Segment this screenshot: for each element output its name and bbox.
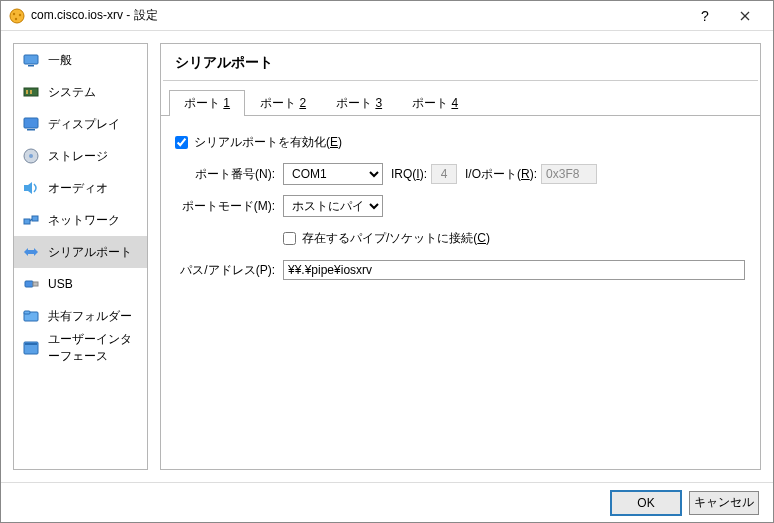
path-row: パス/アドレス(P): — [175, 256, 746, 284]
port-number-row: ポート番号(N): COM1 IRQ(I): I/Oポート(R): — [175, 160, 746, 188]
svg-rect-12 — [27, 129, 35, 131]
connect-pipe-checkbox[interactable] — [283, 232, 296, 245]
sidebar-item-label: 一般 — [48, 52, 72, 69]
footer: OK キャンセル — [1, 482, 773, 522]
system-icon — [22, 83, 40, 101]
app-icon — [9, 8, 25, 24]
svg-point-14 — [29, 154, 33, 158]
sidebar-item-display[interactable]: ディスプレイ — [14, 108, 147, 140]
sidebar-item-general[interactable]: 一般 — [14, 44, 147, 76]
svg-marker-19 — [24, 248, 38, 256]
tab-port-4[interactable]: ポート 4 — [397, 90, 473, 116]
content: 一般システムディスプレイストレージオーディオネットワークシリアルポートUSB共有… — [1, 31, 773, 482]
sidebar-item-label: ディスプレイ — [48, 116, 120, 133]
serial-icon — [22, 243, 40, 261]
sidebar-item-label: USB — [48, 277, 73, 291]
connect-pipe-label[interactable]: 存在するパイプ/ソケットに接続(C) — [302, 230, 490, 247]
tab-port-3[interactable]: ポート 3 — [321, 90, 397, 116]
sidebar-item-ui[interactable]: ユーザーインターフェース — [14, 332, 147, 364]
sidebar-item-label: ネットワーク — [48, 212, 120, 229]
sidebar-item-label: 共有フォルダー — [48, 308, 132, 325]
cancel-button[interactable]: キャンセル — [689, 491, 759, 515]
window-title: com.cisco.ios-xrv - 設定 — [31, 7, 685, 24]
sidebar-item-serial[interactable]: シリアルポート — [14, 236, 147, 268]
sidebar-item-label: システム — [48, 84, 96, 101]
network-icon — [22, 211, 40, 229]
port-mode-select[interactable]: ホストにパイプ — [283, 195, 383, 217]
svg-rect-11 — [24, 118, 38, 128]
ioport-field — [541, 164, 597, 184]
enable-serial-checkbox[interactable] — [175, 136, 188, 149]
path-label: パス/アドレス(P): — [175, 262, 275, 279]
enable-row: シリアルポートを有効化(E) — [175, 128, 746, 156]
sidebar-item-network[interactable]: ネットワーク — [14, 204, 147, 236]
ioport-label: I/Oポート(R): — [465, 166, 537, 183]
sidebar-item-storage[interactable]: ストレージ — [14, 140, 147, 172]
sidebar-item-label: ストレージ — [48, 148, 108, 165]
svg-rect-16 — [24, 219, 30, 224]
audio-icon — [22, 179, 40, 197]
svg-rect-25 — [25, 343, 37, 345]
sidebar-item-label: オーディオ — [48, 180, 108, 197]
help-button[interactable]: ? — [685, 1, 725, 30]
close-button[interactable] — [725, 1, 765, 30]
main-panel: シリアルポート ポート 1ポート 2ポート 3ポート 4 シリアルポートを有効化… — [160, 43, 761, 470]
panel-header: シリアルポート — [163, 46, 758, 81]
sidebar-item-label: ユーザーインターフェース — [48, 331, 139, 365]
sidebar-item-audio[interactable]: オーディオ — [14, 172, 147, 204]
port-number-label: ポート番号(N): — [175, 166, 275, 183]
sidebar: 一般システムディスプレイストレージオーディオネットワークシリアルポートUSB共有… — [13, 43, 148, 470]
sidebar-item-label: シリアルポート — [48, 244, 132, 261]
sidebar-item-sharedfolder[interactable]: 共有フォルダー — [14, 300, 147, 332]
svg-marker-15 — [24, 182, 32, 194]
svg-point-1 — [13, 12, 15, 14]
sharedfolder-icon — [22, 307, 40, 325]
titlebar: com.cisco.ios-xrv - 設定 ? — [1, 1, 773, 31]
svg-point-0 — [10, 9, 24, 23]
general-icon — [22, 51, 40, 69]
ok-button[interactable]: OK — [611, 491, 681, 515]
svg-point-2 — [19, 13, 21, 15]
sidebar-item-system[interactable]: システム — [14, 76, 147, 108]
tabs: ポート 1ポート 2ポート 3ポート 4 — [161, 89, 760, 116]
enable-serial-label[interactable]: シリアルポートを有効化(E) — [194, 134, 342, 151]
sidebar-item-usb[interactable]: USB — [14, 268, 147, 300]
path-input[interactable] — [283, 260, 745, 280]
svg-rect-20 — [25, 281, 33, 287]
svg-rect-23 — [24, 311, 30, 314]
display-icon — [22, 115, 40, 133]
port-mode-label: ポートモード(M): — [175, 198, 275, 215]
svg-rect-6 — [24, 55, 38, 64]
svg-rect-10 — [30, 90, 32, 94]
usb-icon — [22, 275, 40, 293]
svg-rect-9 — [26, 90, 28, 94]
irq-field — [431, 164, 457, 184]
svg-rect-21 — [33, 282, 38, 286]
svg-rect-7 — [28, 65, 34, 67]
svg-rect-17 — [32, 216, 38, 221]
port-mode-row: ポートモード(M): ホストにパイプ — [175, 192, 746, 220]
svg-point-3 — [15, 17, 17, 19]
connect-row: 存在するパイプ/ソケットに接続(C) — [175, 224, 746, 252]
tab-port-1[interactable]: ポート 1 — [169, 90, 245, 116]
ui-icon — [22, 339, 40, 357]
tab-port-2[interactable]: ポート 2 — [245, 90, 321, 116]
storage-icon — [22, 147, 40, 165]
irq-label: IRQ(I): — [391, 167, 427, 181]
port-number-select[interactable]: COM1 — [283, 163, 383, 185]
port-panel: シリアルポートを有効化(E) ポート番号(N): COM1 IRQ(I): I/… — [161, 116, 760, 300]
